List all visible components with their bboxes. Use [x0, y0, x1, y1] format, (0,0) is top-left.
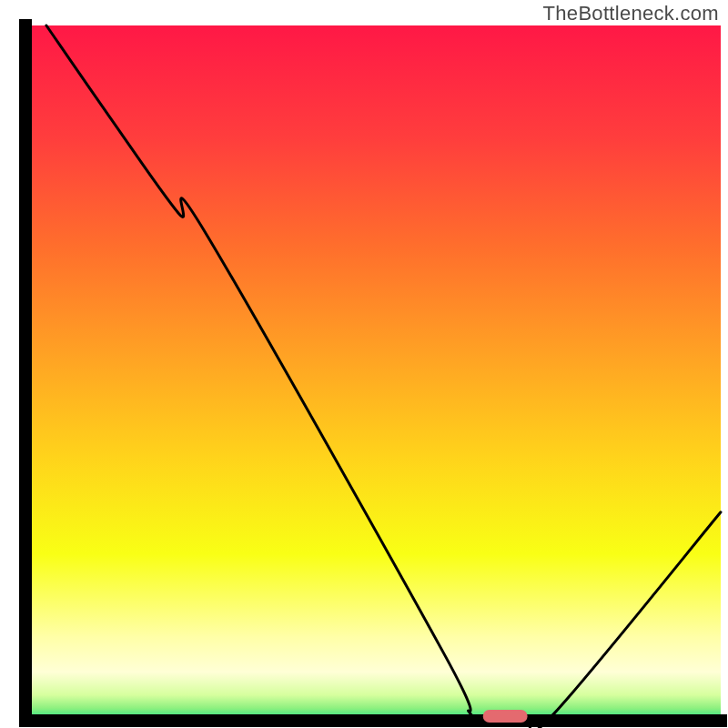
watermark-text: TheBottleneck.com: [543, 2, 719, 25]
chart-svg: [0, 0, 728, 728]
bottleneck-chart: TheBottleneck.com: [0, 0, 728, 728]
optimal-range-marker: [483, 710, 528, 723]
chart-background: [25, 25, 721, 721]
